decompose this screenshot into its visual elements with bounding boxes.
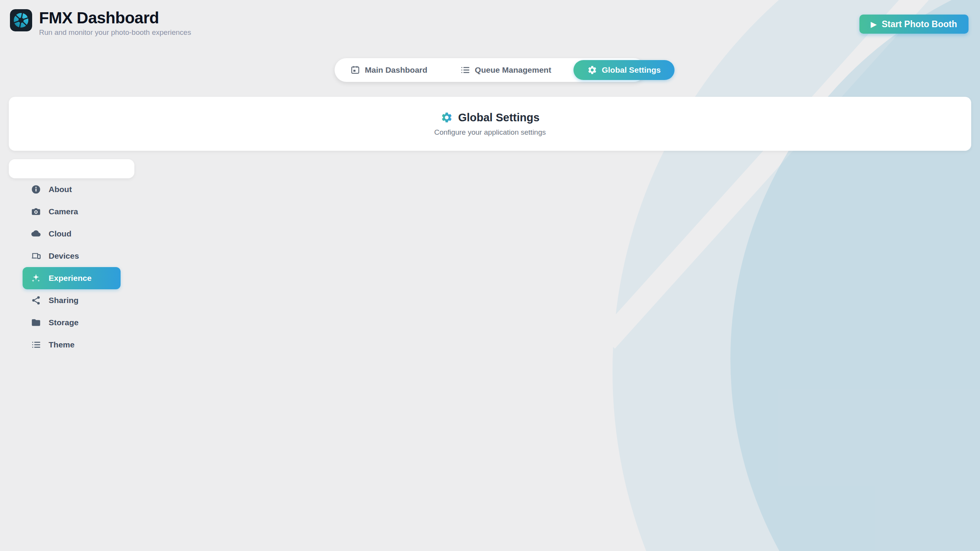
tab-queue-management[interactable]: Queue Management [446,60,565,80]
sidebar-item-label: About [49,185,72,194]
sidebar-item-devices[interactable]: Devices [23,245,121,267]
tab-label: Queue Management [475,65,551,75]
devices-icon [31,251,41,261]
cloud-icon [31,229,41,239]
main-tabbar: Main Dashboard Queue Management Global S… [335,58,645,82]
background-swoosh-dark [730,0,980,551]
sidebar-item-about[interactable]: About [23,178,121,201]
global-settings-hero-card: Global Settings Configure your applicati… [9,97,971,151]
sidebar-item-label: Experience [49,274,91,283]
camera-icon [31,207,41,217]
queue-list-icon [460,65,470,75]
tab-main-dashboard[interactable]: Main Dashboard [336,60,441,80]
background-swoosh-light [612,0,980,551]
play-icon: ▶ [871,20,877,29]
sidebar-item-camera[interactable]: Camera [23,201,121,223]
fmx-logo-icon [10,9,32,31]
gear-icon [587,65,597,75]
dashboard-calendar-icon [350,65,360,75]
sidebar-item-label: Camera [49,207,78,216]
hero-subtitle: Configure your application settings [434,128,546,137]
tab-label: Main Dashboard [365,65,427,75]
tab-label: Global Settings [602,65,661,75]
background-diagonal-band [598,0,980,349]
sidebar-item-label: Storage [49,318,78,327]
gear-icon [441,111,453,124]
page-subtitle: Run and monitor your photo-booth experie… [39,28,191,37]
app-header: FMX Dashboard Run and monitor your photo… [10,9,969,37]
start-photo-booth-label: Start Photo Booth [882,19,957,29]
folder-icon [31,318,41,328]
start-photo-booth-button[interactable]: ▶ Start Photo Booth [859,15,969,34]
sidebar-item-sharing[interactable]: Sharing [23,289,121,311]
sidebar-item-experience[interactable]: Experience [23,267,121,289]
sparkles-icon [31,273,41,283]
sidebar-item-label: Sharing [49,296,78,305]
sidebar-item-label: Devices [49,251,79,261]
sidebar-item-cloud[interactable]: Cloud [23,223,121,245]
settings-sidebar: About Camera Cloud Devices [9,159,134,178]
tab-global-settings[interactable]: Global Settings [573,60,675,80]
page-title: FMX Dashboard [39,9,191,27]
share-icon [31,295,41,305]
sidebar-item-storage[interactable]: Storage [23,311,121,334]
info-icon [31,184,41,194]
sidebar-item-theme[interactable]: Theme [23,334,121,356]
hero-title: Global Settings [458,111,540,124]
sidebar-item-label: Cloud [49,229,71,238]
list-icon [31,340,41,350]
sidebar-item-label: Theme [49,340,75,349]
